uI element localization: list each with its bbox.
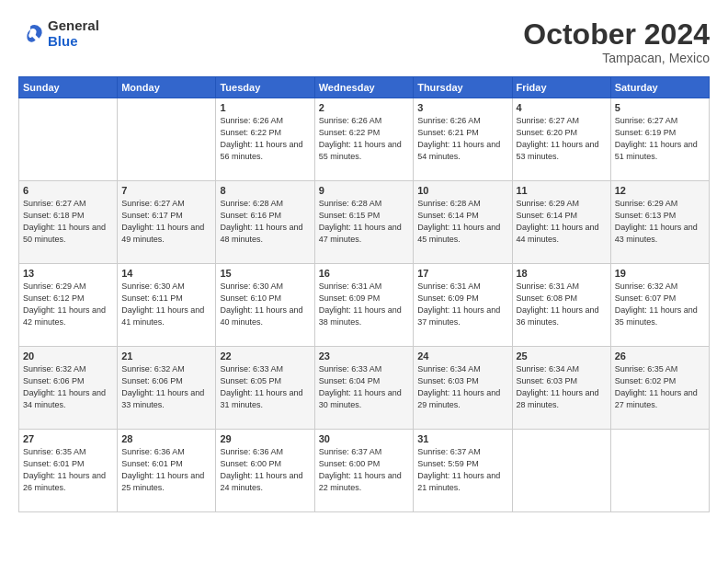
day-number: 31 [417,433,507,444]
month-title: October 2024 [523,18,710,51]
column-header-monday: Monday [118,77,216,98]
day-cell: 5Sunrise: 6:27 AM Sunset: 6:19 PM Daylig… [610,98,709,181]
day-cell [610,430,709,512]
week-row-5: 27Sunrise: 6:35 AM Sunset: 6:01 PM Dayli… [19,430,710,512]
day-cell: 13Sunrise: 6:29 AM Sunset: 6:12 PM Dayli… [19,264,118,347]
day-number: 1 [220,102,310,113]
day-number: 18 [517,268,607,279]
column-header-friday: Friday [512,77,610,98]
calendar-header: SundayMondayTuesdayWednesdayThursdayFrid… [19,77,710,98]
day-number: 23 [319,350,409,362]
day-info: Sunrise: 6:32 AM Sunset: 6:07 PM Dayligh… [615,281,705,328]
day-cell [512,430,610,512]
day-cell: 7Sunrise: 6:27 AM Sunset: 6:17 PM Daylig… [118,181,216,264]
day-info: Sunrise: 6:27 AM Sunset: 6:17 PM Dayligh… [121,198,211,246]
day-info: Sunrise: 6:30 AM Sunset: 6:11 PM Dayligh… [121,281,211,328]
day-number: 21 [121,350,211,362]
day-info: Sunrise: 6:34 AM Sunset: 6:03 PM Dayligh… [417,363,507,411]
week-row-1: 1Sunrise: 6:26 AM Sunset: 6:22 PM Daylig… [19,98,710,181]
logo-general-text: General [48,18,99,34]
day-cell [118,98,216,181]
day-cell: 20Sunrise: 6:32 AM Sunset: 6:06 PM Dayli… [19,347,118,430]
day-number: 6 [23,185,113,196]
day-info: Sunrise: 6:33 AM Sunset: 6:04 PM Dayligh… [319,363,409,411]
header-row: SundayMondayTuesdayWednesdayThursdayFrid… [19,77,710,98]
column-header-thursday: Thursday [414,77,512,98]
day-number: 24 [417,350,507,362]
day-info: Sunrise: 6:28 AM Sunset: 6:16 PM Dayligh… [220,198,310,246]
day-number: 12 [615,185,705,196]
day-cell: 21Sunrise: 6:32 AM Sunset: 6:06 PM Dayli… [118,347,216,430]
header: General Blue October 2024 Tampacan, Mexi… [18,18,710,65]
day-number: 11 [517,185,607,196]
day-info: Sunrise: 6:29 AM Sunset: 6:13 PM Dayligh… [615,198,705,246]
day-cell: 4Sunrise: 6:27 AM Sunset: 6:20 PM Daylig… [512,98,610,181]
column-header-tuesday: Tuesday [216,77,314,98]
day-cell: 8Sunrise: 6:28 AM Sunset: 6:16 PM Daylig… [216,181,314,264]
day-number: 2 [319,102,409,113]
day-cell: 29Sunrise: 6:36 AM Sunset: 6:00 PM Dayli… [216,430,314,512]
day-info: Sunrise: 6:29 AM Sunset: 6:12 PM Dayligh… [23,281,113,328]
day-number: 4 [517,102,607,113]
day-cell: 10Sunrise: 6:28 AM Sunset: 6:14 PM Dayli… [414,181,512,264]
location: Tampacan, Mexico [523,51,710,65]
day-cell: 17Sunrise: 6:31 AM Sunset: 6:09 PM Dayli… [414,264,512,347]
day-info: Sunrise: 6:31 AM Sunset: 6:08 PM Dayligh… [517,281,607,328]
day-number: 27 [23,433,113,444]
day-cell: 11Sunrise: 6:29 AM Sunset: 6:14 PM Dayli… [512,181,610,264]
day-number: 7 [121,185,211,196]
logo: General Blue [18,18,99,49]
logo-text: General Blue [48,18,99,49]
day-info: Sunrise: 6:26 AM Sunset: 6:21 PM Dayligh… [417,115,507,163]
day-number: 10 [417,185,507,196]
day-info: Sunrise: 6:31 AM Sunset: 6:09 PM Dayligh… [319,281,409,328]
day-number: 26 [615,350,705,362]
day-cell: 28Sunrise: 6:36 AM Sunset: 6:01 PM Dayli… [118,430,216,512]
day-number: 14 [121,268,211,279]
day-cell: 27Sunrise: 6:35 AM Sunset: 6:01 PM Dayli… [19,430,118,512]
day-cell: 15Sunrise: 6:30 AM Sunset: 6:10 PM Dayli… [216,264,314,347]
day-info: Sunrise: 6:28 AM Sunset: 6:15 PM Dayligh… [319,198,409,246]
day-info: Sunrise: 6:30 AM Sunset: 6:10 PM Dayligh… [220,281,310,328]
day-cell: 1Sunrise: 6:26 AM Sunset: 6:22 PM Daylig… [216,98,314,181]
day-cell: 23Sunrise: 6:33 AM Sunset: 6:04 PM Dayli… [314,347,413,430]
day-number: 17 [417,268,507,279]
day-cell: 14Sunrise: 6:30 AM Sunset: 6:11 PM Dayli… [118,264,216,347]
day-info: Sunrise: 6:32 AM Sunset: 6:06 PM Dayligh… [23,363,113,411]
day-info: Sunrise: 6:36 AM Sunset: 6:01 PM Dayligh… [121,446,211,494]
day-info: Sunrise: 6:28 AM Sunset: 6:14 PM Dayligh… [417,198,507,246]
day-cell: 12Sunrise: 6:29 AM Sunset: 6:13 PM Dayli… [610,181,709,264]
day-info: Sunrise: 6:37 AM Sunset: 6:00 PM Dayligh… [319,446,409,494]
day-info: Sunrise: 6:34 AM Sunset: 6:03 PM Dayligh… [517,363,607,411]
title-section: October 2024 Tampacan, Mexico [523,18,710,65]
day-info: Sunrise: 6:35 AM Sunset: 6:02 PM Dayligh… [615,363,705,411]
day-cell: 6Sunrise: 6:27 AM Sunset: 6:18 PM Daylig… [19,181,118,264]
day-cell: 2Sunrise: 6:26 AM Sunset: 6:22 PM Daylig… [314,98,413,181]
day-cell: 25Sunrise: 6:34 AM Sunset: 6:03 PM Dayli… [512,347,610,430]
page: General Blue October 2024 Tampacan, Mexi… [0,0,728,563]
logo-blue-text: Blue [48,34,99,50]
day-info: Sunrise: 6:27 AM Sunset: 6:19 PM Dayligh… [615,115,705,163]
calendar-table: SundayMondayTuesdayWednesdayThursdayFrid… [18,76,710,512]
week-row-4: 20Sunrise: 6:32 AM Sunset: 6:06 PM Dayli… [19,347,710,430]
day-info: Sunrise: 6:26 AM Sunset: 6:22 PM Dayligh… [220,115,310,163]
week-row-3: 13Sunrise: 6:29 AM Sunset: 6:12 PM Dayli… [19,264,710,347]
day-info: Sunrise: 6:27 AM Sunset: 6:18 PM Dayligh… [23,198,113,246]
column-header-saturday: Saturday [610,77,709,98]
calendar-body: 1Sunrise: 6:26 AM Sunset: 6:22 PM Daylig… [19,98,710,512]
day-info: Sunrise: 6:29 AM Sunset: 6:14 PM Dayligh… [517,198,607,246]
day-info: Sunrise: 6:26 AM Sunset: 6:22 PM Dayligh… [319,115,409,163]
day-number: 20 [23,350,113,362]
logo-icon [18,21,44,47]
day-cell: 19Sunrise: 6:32 AM Sunset: 6:07 PM Dayli… [610,264,709,347]
day-cell: 22Sunrise: 6:33 AM Sunset: 6:05 PM Dayli… [216,347,314,430]
day-number: 30 [319,433,409,444]
day-cell [19,98,118,181]
day-info: Sunrise: 6:33 AM Sunset: 6:05 PM Dayligh… [220,363,310,411]
day-info: Sunrise: 6:36 AM Sunset: 6:00 PM Dayligh… [220,446,310,494]
day-cell: 30Sunrise: 6:37 AM Sunset: 6:00 PM Dayli… [314,430,413,512]
day-cell: 26Sunrise: 6:35 AM Sunset: 6:02 PM Dayli… [610,347,709,430]
day-info: Sunrise: 6:37 AM Sunset: 5:59 PM Dayligh… [417,446,507,494]
day-number: 19 [615,268,705,279]
day-cell: 24Sunrise: 6:34 AM Sunset: 6:03 PM Dayli… [414,347,512,430]
